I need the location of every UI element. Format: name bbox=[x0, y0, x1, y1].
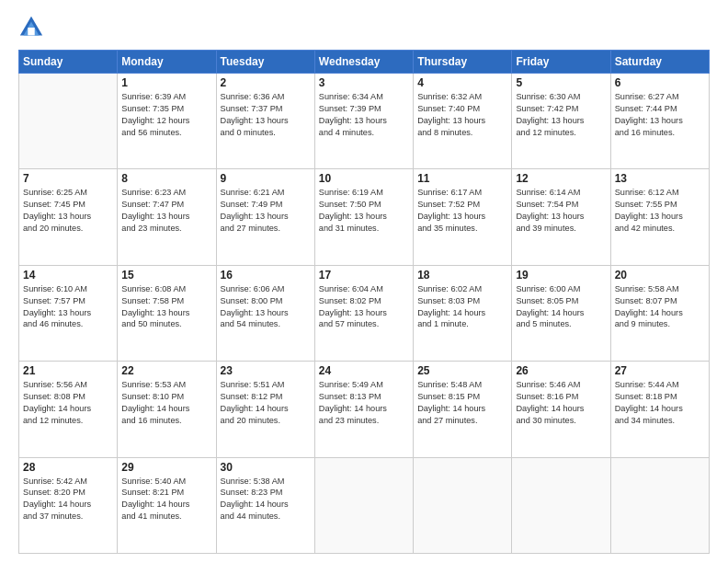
day-number: 8 bbox=[121, 172, 211, 185]
calendar-cell-1-7: 6Sunrise: 6:27 AMSunset: 7:44 PMDaylight… bbox=[610, 74, 709, 169]
svg-rect-2 bbox=[28, 28, 34, 35]
calendar-table: SundayMondayTuesdayWednesdayThursdayFrid… bbox=[18, 50, 710, 554]
day-info: Sunrise: 5:46 AMSunset: 8:16 PMDaylight:… bbox=[516, 379, 606, 427]
day-info: Sunrise: 6:04 AMSunset: 8:02 PMDaylight:… bbox=[319, 283, 409, 331]
day-number: 16 bbox=[221, 269, 311, 282]
day-info: Sunrise: 6:12 AMSunset: 7:55 PMDaylight:… bbox=[615, 187, 705, 235]
calendar-cell-1-3: 2Sunrise: 6:36 AMSunset: 7:37 PMDaylight… bbox=[216, 74, 314, 169]
day-number: 20 bbox=[615, 269, 705, 282]
day-info: Sunrise: 6:00 AMSunset: 8:05 PMDaylight:… bbox=[516, 283, 606, 331]
calendar-week-4: 21Sunrise: 5:56 AMSunset: 8:08 PMDayligh… bbox=[19, 362, 710, 457]
calendar-week-5: 28Sunrise: 5:42 AMSunset: 8:20 PMDayligh… bbox=[19, 457, 710, 553]
day-number: 18 bbox=[417, 269, 507, 282]
calendar-cell-3-4: 17Sunrise: 6:04 AMSunset: 8:02 PMDayligh… bbox=[314, 265, 413, 361]
calendar-weekday-tuesday: Tuesday bbox=[216, 51, 314, 74]
calendar-cell-5-3: 30Sunrise: 5:38 AMSunset: 8:23 PMDayligh… bbox=[216, 457, 314, 553]
day-number: 10 bbox=[319, 172, 409, 185]
day-info: Sunrise: 6:23 AMSunset: 7:47 PMDaylight:… bbox=[121, 187, 211, 235]
day-number: 5 bbox=[516, 76, 606, 89]
day-info: Sunrise: 5:56 AMSunset: 8:08 PMDaylight:… bbox=[23, 379, 113, 427]
calendar-cell-4-6: 26Sunrise: 5:46 AMSunset: 8:16 PMDayligh… bbox=[512, 362, 610, 457]
logo bbox=[18, 15, 48, 40]
day-info: Sunrise: 5:38 AMSunset: 8:23 PMDaylight:… bbox=[221, 476, 311, 523]
day-info: Sunrise: 6:06 AMSunset: 8:00 PMDaylight:… bbox=[221, 283, 311, 331]
calendar-cell-3-1: 14Sunrise: 6:10 AMSunset: 7:57 PMDayligh… bbox=[19, 265, 118, 361]
calendar-cell-3-3: 16Sunrise: 6:06 AMSunset: 8:00 PMDayligh… bbox=[216, 265, 314, 361]
calendar-header-row: SundayMondayTuesdayWednesdayThursdayFrid… bbox=[19, 51, 710, 74]
logo-icon bbox=[18, 15, 44, 40]
calendar-cell-5-7 bbox=[610, 457, 709, 553]
day-number: 21 bbox=[23, 364, 113, 377]
calendar-cell-2-2: 8Sunrise: 6:23 AMSunset: 7:47 PMDaylight… bbox=[118, 169, 216, 265]
calendar-cell-5-2: 29Sunrise: 5:40 AMSunset: 8:21 PMDayligh… bbox=[118, 457, 216, 553]
day-info: Sunrise: 6:25 AMSunset: 7:45 PMDaylight:… bbox=[23, 187, 113, 235]
day-number: 13 bbox=[615, 172, 705, 185]
calendar-cell-4-4: 24Sunrise: 5:49 AMSunset: 8:13 PMDayligh… bbox=[314, 362, 413, 457]
day-number: 7 bbox=[23, 172, 113, 185]
calendar-weekday-sunday: Sunday bbox=[19, 51, 118, 74]
calendar-cell-5-6 bbox=[512, 457, 610, 553]
day-info: Sunrise: 6:17 AMSunset: 7:52 PMDaylight:… bbox=[417, 187, 507, 235]
calendar-cell-4-5: 25Sunrise: 5:48 AMSunset: 8:15 PMDayligh… bbox=[414, 362, 512, 457]
day-info: Sunrise: 6:27 AMSunset: 7:44 PMDaylight:… bbox=[615, 91, 705, 139]
calendar-cell-1-4: 3Sunrise: 6:34 AMSunset: 7:39 PMDaylight… bbox=[314, 74, 413, 169]
day-number: 4 bbox=[417, 76, 507, 89]
calendar-weekday-wednesday: Wednesday bbox=[314, 51, 413, 74]
day-info: Sunrise: 6:39 AMSunset: 7:35 PMDaylight:… bbox=[121, 91, 211, 139]
calendar-cell-3-6: 19Sunrise: 6:00 AMSunset: 8:05 PMDayligh… bbox=[512, 265, 610, 361]
day-number: 19 bbox=[516, 269, 606, 282]
calendar-cell-5-5 bbox=[414, 457, 512, 553]
day-info: Sunrise: 6:36 AMSunset: 7:37 PMDaylight:… bbox=[221, 91, 311, 139]
calendar-cell-3-5: 18Sunrise: 6:02 AMSunset: 8:03 PMDayligh… bbox=[414, 265, 512, 361]
day-info: Sunrise: 6:21 AMSunset: 7:49 PMDaylight:… bbox=[221, 187, 311, 235]
day-number: 3 bbox=[319, 76, 409, 89]
calendar-cell-1-6: 5Sunrise: 6:30 AMSunset: 7:42 PMDaylight… bbox=[512, 74, 610, 169]
day-info: Sunrise: 6:08 AMSunset: 7:58 PMDaylight:… bbox=[121, 283, 211, 331]
calendar-cell-1-1 bbox=[19, 74, 118, 169]
day-info: Sunrise: 5:44 AMSunset: 8:18 PMDaylight:… bbox=[615, 379, 705, 427]
calendar-cell-3-7: 20Sunrise: 5:58 AMSunset: 8:07 PMDayligh… bbox=[610, 265, 709, 361]
day-number: 2 bbox=[221, 76, 311, 89]
calendar-cell-2-5: 11Sunrise: 6:17 AMSunset: 7:52 PMDayligh… bbox=[414, 169, 512, 265]
day-info: Sunrise: 5:51 AMSunset: 8:12 PMDaylight:… bbox=[221, 379, 311, 427]
calendar-weekday-monday: Monday bbox=[118, 51, 216, 74]
day-number: 15 bbox=[121, 269, 211, 282]
header bbox=[18, 15, 710, 40]
day-number: 26 bbox=[516, 364, 606, 377]
calendar-cell-2-1: 7Sunrise: 6:25 AMSunset: 7:45 PMDaylight… bbox=[19, 169, 118, 265]
day-info: Sunrise: 5:40 AMSunset: 8:21 PMDaylight:… bbox=[121, 476, 211, 523]
day-info: Sunrise: 5:48 AMSunset: 8:15 PMDaylight:… bbox=[417, 379, 507, 427]
day-info: Sunrise: 6:19 AMSunset: 7:50 PMDaylight:… bbox=[319, 187, 409, 235]
page: SundayMondayTuesdayWednesdayThursdayFrid… bbox=[0, 0, 728, 563]
day-number: 9 bbox=[221, 172, 311, 185]
day-number: 14 bbox=[23, 269, 113, 282]
day-info: Sunrise: 6:32 AMSunset: 7:40 PMDaylight:… bbox=[417, 91, 507, 139]
calendar-cell-2-7: 13Sunrise: 6:12 AMSunset: 7:55 PMDayligh… bbox=[610, 169, 709, 265]
calendar-cell-4-2: 22Sunrise: 5:53 AMSunset: 8:10 PMDayligh… bbox=[118, 362, 216, 457]
day-info: Sunrise: 5:42 AMSunset: 8:20 PMDaylight:… bbox=[23, 476, 113, 523]
calendar-cell-3-2: 15Sunrise: 6:08 AMSunset: 7:58 PMDayligh… bbox=[118, 265, 216, 361]
day-number: 6 bbox=[615, 76, 705, 89]
calendar-week-2: 7Sunrise: 6:25 AMSunset: 7:45 PMDaylight… bbox=[19, 169, 710, 265]
day-number: 12 bbox=[516, 172, 606, 185]
calendar-weekday-friday: Friday bbox=[512, 51, 610, 74]
day-info: Sunrise: 6:02 AMSunset: 8:03 PMDaylight:… bbox=[417, 283, 507, 331]
day-info: Sunrise: 5:49 AMSunset: 8:13 PMDaylight:… bbox=[319, 379, 409, 427]
calendar-cell-1-2: 1Sunrise: 6:39 AMSunset: 7:35 PMDaylight… bbox=[118, 74, 216, 169]
day-info: Sunrise: 5:53 AMSunset: 8:10 PMDaylight:… bbox=[121, 379, 211, 427]
day-number: 23 bbox=[221, 364, 311, 377]
calendar-cell-4-1: 21Sunrise: 5:56 AMSunset: 8:08 PMDayligh… bbox=[19, 362, 118, 457]
calendar-weekday-saturday: Saturday bbox=[610, 51, 709, 74]
day-number: 22 bbox=[121, 364, 211, 377]
calendar-weekday-thursday: Thursday bbox=[414, 51, 512, 74]
day-info: Sunrise: 5:58 AMSunset: 8:07 PMDaylight:… bbox=[615, 283, 705, 331]
day-number: 24 bbox=[319, 364, 409, 377]
calendar-week-1: 1Sunrise: 6:39 AMSunset: 7:35 PMDaylight… bbox=[19, 74, 710, 169]
calendar-cell-1-5: 4Sunrise: 6:32 AMSunset: 7:40 PMDaylight… bbox=[414, 74, 512, 169]
calendar-cell-4-3: 23Sunrise: 5:51 AMSunset: 8:12 PMDayligh… bbox=[216, 362, 314, 457]
day-number: 17 bbox=[319, 269, 409, 282]
calendar-cell-2-3: 9Sunrise: 6:21 AMSunset: 7:49 PMDaylight… bbox=[216, 169, 314, 265]
day-number: 25 bbox=[417, 364, 507, 377]
day-number: 27 bbox=[615, 364, 705, 377]
calendar-cell-5-1: 28Sunrise: 5:42 AMSunset: 8:20 PMDayligh… bbox=[19, 457, 118, 553]
